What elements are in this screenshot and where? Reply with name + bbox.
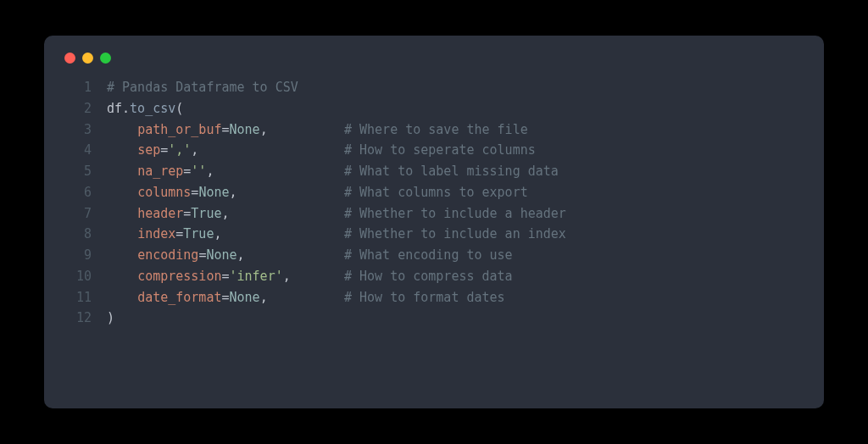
token-op: = [183,206,191,221]
token-none: None [206,247,236,263]
line-number: 3 [64,119,92,141]
line-content: columns=None, # What columns to export [107,182,804,203]
token-comment: # What columns to export [344,185,528,200]
token-none: None [198,185,229,200]
token-punct [107,122,137,137]
line-content: header=True, # Whether to include a head… [107,203,804,225]
code-line: 3 path_or_buf=None, # Where to save the … [64,119,804,141]
line-content: index=True, # Whether to include an inde… [107,224,804,245]
window-controls [64,53,804,64]
token-punct: . [122,101,130,116]
line-content: ) [107,308,804,329]
code-area[interactable]: 1# Pandas Dataframe to CSV2df.to_csv(3 p… [64,77,804,329]
line-content: na_rep='', # What to label missing data [107,161,804,182]
token-comment: # How to format dates [344,290,505,305]
token-func: to_csv [130,101,175,116]
token-punct: , [283,269,344,284]
token-param: sep [137,142,160,158]
token-punct: , [260,290,344,305]
line-number: 7 [64,203,92,225]
line-content: # Pandas Dataframe to CSV [107,77,804,98]
line-number: 10 [64,266,92,287]
token-comment: # How to compress data [344,269,513,284]
token-op: = [221,269,229,284]
close-icon[interactable] [64,53,75,64]
token-str: ',' [168,142,191,158]
code-line: 2df.to_csv( [64,98,804,119]
code-line: 7 header=True, # Whether to include a he… [64,203,804,225]
token-param: path_or_buf [137,122,221,137]
token-param: date_format [137,290,221,305]
token-bool: True [191,206,221,221]
token-comment: # Pandas Dataframe to CSV [107,80,298,95]
token-comment: # How to seperate columns [344,142,536,158]
line-number: 9 [64,245,92,266]
token-op: = [221,122,229,137]
code-line: 11 date_format=None, # How to format dat… [64,287,804,308]
token-punct [107,290,137,305]
token-op: = [160,142,168,158]
token-param: na_rep [137,164,183,179]
token-comment: # Whether to include a header [344,206,566,221]
line-number: 12 [64,308,92,329]
code-line: 5 na_rep='', # What to label missing dat… [64,161,804,182]
token-comment: # What to label missing data [344,164,559,179]
token-str: '' [191,164,206,179]
token-punct: , [221,206,344,221]
token-punct [107,142,137,158]
line-content: date_format=None, # How to format dates [107,287,804,308]
token-punct [107,185,137,200]
code-line: 4 sep=',', # How to seperate columns [64,140,804,161]
line-content: df.to_csv( [107,98,804,119]
token-punct [107,164,137,179]
line-number: 2 [64,98,92,119]
token-ident: df [107,101,122,116]
token-punct: ( [175,101,183,116]
code-line: 10 compression='infer', # How to compres… [64,266,804,287]
code-line: 9 encoding=None, # What encoding to use [64,245,804,266]
token-punct: ) [107,310,114,325]
token-bool: True [183,226,214,241]
token-none: None [230,122,260,137]
code-line: 12) [64,308,804,329]
token-op: = [221,290,229,305]
token-param: columns [137,185,191,200]
token-op: = [183,164,191,179]
line-content: path_or_buf=None, # Where to save the fi… [107,119,804,141]
token-punct: , [214,226,344,241]
token-param: index [137,226,175,241]
token-punct [107,226,137,241]
code-line: 8 index=True, # Whether to include an in… [64,224,804,245]
token-comment: # Whether to include an index [344,226,566,241]
line-number: 1 [64,77,92,98]
token-punct [107,247,137,263]
line-number: 11 [64,287,92,308]
line-content: encoding=None, # What encoding to use [107,245,804,266]
token-param: compression [137,269,221,284]
token-punct [107,206,137,221]
code-line: 6 columns=None, # What columns to export [64,182,804,203]
token-punct: , [230,185,344,200]
line-number: 5 [64,161,92,182]
line-content: compression='infer', # How to compress d… [107,266,804,287]
token-op: = [175,226,183,241]
token-punct: , [191,142,344,158]
minimize-icon[interactable] [82,53,93,64]
token-comment: # What encoding to use [344,247,513,263]
token-punct [107,269,137,284]
token-str: 'infer' [230,269,283,284]
token-param: header [137,206,183,221]
code-editor-window: 1# Pandas Dataframe to CSV2df.to_csv(3 p… [44,36,824,408]
token-none: None [230,290,260,305]
code-line: 1# Pandas Dataframe to CSV [64,77,804,98]
token-punct: , [206,164,344,179]
token-param: encoding [137,247,198,263]
token-comment: # Where to save the file [344,122,528,137]
line-number: 8 [64,224,92,245]
line-number: 4 [64,140,92,161]
maximize-icon[interactable] [100,53,111,64]
line-number: 6 [64,182,92,203]
token-punct: , [260,122,344,137]
token-punct: , [237,247,344,263]
line-content: sep=',', # How to seperate columns [107,140,804,161]
